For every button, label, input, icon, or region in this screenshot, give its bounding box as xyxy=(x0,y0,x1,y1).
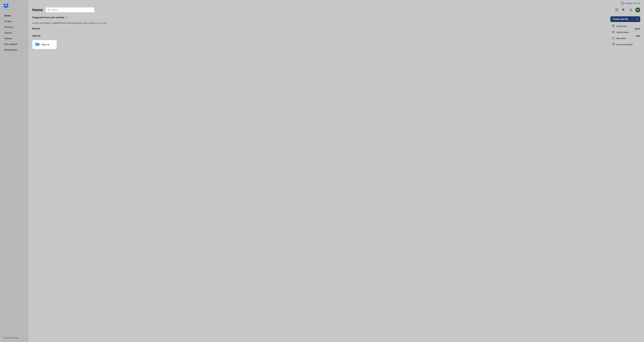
recent-title: Recent xyxy=(32,27,40,30)
folder-plus-shape-icon xyxy=(612,43,615,46)
suggested-header: Suggested from your activity i Hide xyxy=(32,16,640,20)
upgrade-account-link[interactable]: + Upgrade account xyxy=(621,2,640,5)
create-actions-panel: Create new file ▾ Upload files Upload fo… xyxy=(610,16,640,48)
sidebar-item-deleted-files[interactable]: Deleted files xyxy=(1,47,28,53)
svg-rect-3 xyxy=(624,9,624,10)
upload-file-icon xyxy=(612,25,615,28)
starred-title: Starred xyxy=(32,35,40,37)
apps-folder-card[interactable]: Apps ★ xyxy=(32,40,57,49)
bell-icon xyxy=(629,9,632,12)
folder-shape-new-icon xyxy=(612,37,615,39)
privacy-legal-link[interactable]: Privacy and legal xyxy=(0,336,28,339)
sidebar-item-home[interactable]: Home xyxy=(1,13,28,19)
apps-folder-name: Apps ★ xyxy=(42,43,49,46)
search-bar[interactable]: 🔍 xyxy=(46,7,94,12)
upload-folder-shape-icon xyxy=(612,31,615,33)
header-icons: ? D xyxy=(614,8,640,12)
topbar: + Upgrade account xyxy=(28,0,644,5)
folder-shape-icon xyxy=(35,42,40,46)
sidebar-item-shared[interactable]: Shared xyxy=(1,36,28,41)
sidebar: Home All files Recents Starred Shared Fi… xyxy=(0,0,28,342)
upgrade-plus-icon: + xyxy=(621,2,624,5)
svg-rect-5 xyxy=(624,10,624,11)
main-content: + Upgrade account Home 🔍 ? xyxy=(28,0,644,342)
sidebar-item-all-files[interactable]: All files xyxy=(1,19,28,24)
star-filled-icon: ★ xyxy=(47,43,49,46)
notifications-button[interactable] xyxy=(628,8,633,12)
svg-rect-4 xyxy=(622,10,623,11)
search-icon: 🔍 xyxy=(48,9,50,11)
new-folder-icon xyxy=(612,37,615,40)
sidebar-nav: Home All files Recents Starred Shared Fi… xyxy=(0,13,28,336)
folder-icon xyxy=(35,42,40,47)
content-header: Home 🔍 ? xyxy=(32,7,640,12)
sidebar-item-file-requests[interactable]: File requests xyxy=(1,42,28,47)
dropbox-logo-icon xyxy=(3,3,9,8)
chevron-down-icon: ▾ xyxy=(637,18,638,20)
starred-section: Starred Hide Apps ★ xyxy=(32,35,640,49)
new-folder-item[interactable]: New folder xyxy=(610,35,640,42)
avatar[interactable]: DT xyxy=(635,8,640,12)
grid-icon xyxy=(622,9,625,12)
create-new-file-button[interactable]: Create new file ▾ xyxy=(610,16,640,22)
search-input[interactable] xyxy=(52,9,92,11)
learn-more-link[interactable]: Learn more xyxy=(96,22,107,24)
recent-header: Recent Show xyxy=(32,27,640,31)
suggested-body: As you use Dropbox, suggested items will… xyxy=(32,22,640,24)
sidebar-item-recents[interactable]: Recents xyxy=(1,25,28,30)
upload-folder-icon xyxy=(612,31,615,34)
svg-text:?: ? xyxy=(616,9,617,11)
upload-folder-item[interactable]: Upload folder xyxy=(610,29,640,35)
logo[interactable] xyxy=(0,3,28,13)
page-content: Home 🔍 ? xyxy=(28,5,644,342)
starred-header: Starred Hide xyxy=(32,35,640,39)
page-title: Home xyxy=(32,8,43,12)
upload-files-item[interactable]: Upload files xyxy=(610,23,640,29)
upload-file-shape-icon xyxy=(612,25,615,27)
suggested-section: Suggested from your activity i Hide As y… xyxy=(32,16,640,24)
suggested-title: Suggested from your activity i xyxy=(32,16,68,19)
new-shared-folder-item[interactable]: New shared folder xyxy=(610,42,640,48)
sidebar-item-starred[interactable]: Starred xyxy=(1,30,28,36)
new-shared-folder-icon xyxy=(612,43,615,46)
help-button[interactable]: ? xyxy=(614,8,619,12)
help-icon: ? xyxy=(615,9,618,12)
suggested-info-icon[interactable]: i xyxy=(65,16,68,19)
apps-grid-button[interactable] xyxy=(621,8,626,12)
svg-rect-2 xyxy=(622,9,623,10)
recent-section: Recent Show xyxy=(32,27,640,31)
